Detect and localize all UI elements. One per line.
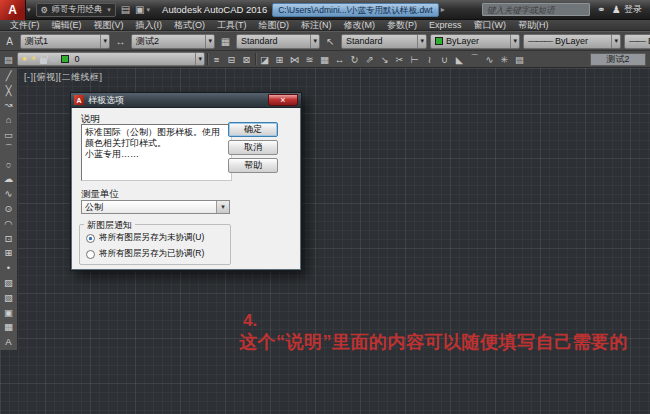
polygon-icon[interactable]: ⌂ <box>0 112 17 127</box>
menu-item[interactable]: Express <box>423 20 468 30</box>
chevron-down-icon[interactable]: ▾ <box>100 35 109 48</box>
menu-item[interactable]: 插入(I) <box>130 19 169 32</box>
blend-icon[interactable]: ∿ <box>483 52 496 66</box>
layer-lock-icon[interactable] <box>40 58 47 64</box>
menu-item[interactable]: 参数(P) <box>381 19 423 32</box>
spline-icon[interactable]: ∿ <box>0 186 17 201</box>
layer-states-icon[interactable]: ≡ <box>210 52 223 66</box>
layer-isolate-icon[interactable]: ⊟ <box>225 52 238 66</box>
viewport-controls[interactable]: [-][俯视][二维线框] <box>24 71 103 84</box>
dialog-title-bar[interactable]: A 样板选项 × <box>71 93 301 108</box>
doc-switch-arrow-icon[interactable]: ▸ <box>441 5 445 14</box>
extend-icon[interactable]: ⊢ <box>408 52 421 66</box>
mtext-icon[interactable]: A <box>0 334 17 349</box>
line-icon[interactable]: ╱ <box>0 68 17 83</box>
ellipse-icon[interactable]: ⊙ <box>0 201 17 216</box>
chevron-down-icon[interactable]: ▾ <box>195 53 204 65</box>
workspace-switcher[interactable]: ⚙ 师哥专用经典 ▾ <box>36 3 116 17</box>
menu-item[interactable]: 帮助(H) <box>512 19 555 32</box>
copy-icon[interactable]: ⊞ <box>273 52 286 66</box>
radio-row-unreconciled[interactable]: 将所有图层另存为未协调(U) <box>86 232 230 244</box>
erase-icon[interactable]: ◪ <box>258 52 271 66</box>
polyline-icon[interactable]: ↝ <box>0 98 17 113</box>
menu-item[interactable]: 文件(F) <box>4 19 46 32</box>
trim-icon[interactable]: ✂ <box>393 52 406 66</box>
cancel-button[interactable]: 取消 <box>228 140 278 155</box>
drawing-canvas[interactable]: ╱╳↝⌂▭⌒○☁∿⊙◠⊡⊞•▨▧▣▦A [-][俯视][二维线框] A 样板选项… <box>0 68 650 414</box>
user-icon[interactable]: ♟ <box>612 4 621 15</box>
menu-item[interactable]: 绘图(D) <box>253 19 296 32</box>
chevron-down-icon[interactable]: ▾ <box>611 35 620 48</box>
menu-item[interactable]: 格式(O) <box>168 19 211 32</box>
layer-on-bulb-icon[interactable]: ● <box>22 55 27 63</box>
trailing-style-box[interactable]: 测试2 <box>590 53 646 66</box>
construction-line-icon[interactable]: ╳ <box>0 83 17 98</box>
logo-caret-icon[interactable]: ▾ <box>27 6 31 14</box>
fillet-icon[interactable]: ⌒ <box>468 52 481 66</box>
help-button[interactable]: 帮助 <box>228 158 278 173</box>
menu-item[interactable]: 编辑(E) <box>46 19 88 32</box>
radio-reconciled-icon[interactable] <box>86 250 95 259</box>
arc-icon[interactable]: ⌒ <box>0 142 17 157</box>
mirror-icon[interactable]: ⋈ <box>288 52 301 66</box>
chevron-down-icon[interactable]: ▾ <box>310 35 319 48</box>
dim-style-icon[interactable]: ↔ <box>113 34 128 49</box>
radio-row-reconciled[interactable]: 将所有图层另存为已协调(R) <box>86 248 230 260</box>
dim-style-dropdown[interactable]: 测试2 ▾ <box>131 34 215 49</box>
scale-icon[interactable]: ⇗ <box>363 52 376 66</box>
menu-item[interactable]: 窗口(W) <box>468 19 513 32</box>
layer-freeze-sun-icon[interactable]: ☀ <box>30 55 37 63</box>
lineweight-dropdown[interactable]: —— ByLa <box>624 34 650 49</box>
units-dropdown[interactable]: 公制 ▾ <box>81 200 230 214</box>
chevron-down-icon[interactable]: ▾ <box>510 35 519 48</box>
table-icon[interactable]: ▦ <box>0 320 17 335</box>
layer-dropdown[interactable]: ● ☀ ▤ 0 ▾ <box>17 52 205 66</box>
gradient-icon[interactable]: ▧ <box>0 290 17 305</box>
description-textarea[interactable]: 标准国际（公制）图形样板。使用颜色相关打印样式。 小蓝专用…… <box>81 124 232 181</box>
join-icon[interactable]: ∪ <box>438 52 451 66</box>
linetype-dropdown[interactable]: ——— ByLayer ▾ <box>523 34 621 49</box>
stretch-icon[interactable]: ↘ <box>378 52 391 66</box>
point-icon[interactable]: • <box>0 260 17 275</box>
search-input[interactable] <box>482 3 590 16</box>
layer-off-icon[interactable]: ⊠ <box>240 52 253 66</box>
layer-plot-icon[interactable]: ▤ <box>50 55 58 63</box>
offset-icon[interactable]: ≋ <box>303 52 316 66</box>
menu-item[interactable]: 工具(T) <box>211 19 253 32</box>
chevron-down-icon[interactable]: ▾ <box>417 35 426 48</box>
menu-item[interactable]: 修改(M) <box>338 19 382 32</box>
menu-item[interactable]: 视图(V) <box>88 19 130 32</box>
chevron-down-icon[interactable]: ▾ <box>216 201 229 213</box>
insert-block-icon[interactable]: ⊡ <box>0 231 17 246</box>
signin-button[interactable]: 登录 <box>624 3 642 16</box>
ok-button[interactable]: 确定 <box>228 122 278 137</box>
radio-unreconciled-icon[interactable] <box>86 234 95 243</box>
chamfer-icon[interactable]: ◣ <box>453 52 466 66</box>
printer-icon[interactable]: ▤ <box>121 4 130 15</box>
mleader-style-dropdown[interactable]: Standard ▾ <box>341 34 427 49</box>
rotate-icon[interactable]: ↻ <box>348 52 361 66</box>
table-style-dropdown[interactable]: Standard ▾ <box>236 34 320 49</box>
rectangle-icon[interactable]: ▭ <box>0 127 17 142</box>
revision-cloud-icon[interactable]: ☁ <box>0 172 17 187</box>
ellipse-arc-icon[interactable]: ◠ <box>0 216 17 231</box>
explode-icon[interactable]: ✳ <box>498 52 511 66</box>
table-style-icon[interactable]: ▦ <box>218 34 233 49</box>
properties-icon[interactable]: ▤ <box>513 52 526 66</box>
search-binoculars-icon[interactable]: ⚭ <box>597 4 605 15</box>
circle-icon[interactable]: ○ <box>0 157 17 172</box>
color-dropdown[interactable]: ByLayer ▾ <box>430 34 520 49</box>
array-icon[interactable]: ▦ <box>318 52 331 66</box>
make-block-icon[interactable]: ⊞ <box>0 246 17 261</box>
chevron-down-icon[interactable]: ▾ <box>205 35 214 48</box>
text-style-dropdown[interactable]: 测试1 ▾ <box>20 34 110 49</box>
mleader-style-icon[interactable]: ↖ <box>323 34 338 49</box>
region-icon[interactable]: ▣ <box>0 305 17 320</box>
menu-item[interactable]: 标注(N) <box>295 19 338 32</box>
move-icon[interactable]: ↔ <box>333 52 346 66</box>
plot-icon[interactable]: ▣ <box>135 4 144 15</box>
autocad-logo-icon[interactable]: A <box>0 0 26 20</box>
layer-properties-icon[interactable]: ▤ <box>2 52 15 66</box>
break-icon[interactable]: ≀ <box>423 52 436 66</box>
close-icon[interactable]: × <box>268 94 298 106</box>
